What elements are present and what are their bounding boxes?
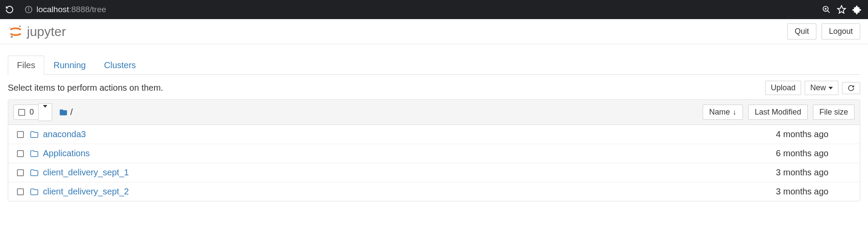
new-button[interactable]: New [805,81,838,95]
file-name-link[interactable]: client_delivery_sept_1 [43,168,129,178]
table-row: client_delivery_sept_23 months ago [8,182,860,201]
table-row: anaconda34 months ago [8,125,860,144]
file-name-link[interactable]: client_delivery_sept_2 [43,187,129,197]
row-checkbox-wrap [13,188,27,195]
file-name-link[interactable]: Applications [43,148,90,158]
select-dropdown[interactable] [39,103,52,121]
browser-right-icons [822,5,865,14]
info-icon [24,5,33,14]
svg-point-9 [10,36,13,38]
jupyter-logo-icon [8,24,23,39]
folder-outline-icon [30,149,39,158]
caret-down-icon [829,87,833,89]
url-host: localhost [36,5,69,14]
reload-button[interactable] [3,3,16,16]
action-buttons: Upload New [765,81,860,95]
row-checkbox[interactable] [17,131,24,138]
url-text: localhost:8888/tree [36,5,106,14]
bookmark-star-icon[interactable] [837,5,846,14]
quit-button[interactable]: Quit [787,23,816,39]
row-checkbox[interactable] [17,169,24,176]
extensions-icon[interactable] [852,5,862,14]
folder-outline-icon [30,130,39,139]
last-modified: 4 months ago [776,129,855,139]
folder-icon[interactable] [59,108,68,117]
refresh-icon [848,85,855,92]
zoom-icon[interactable] [822,5,831,14]
breadcrumb[interactable]: / [70,107,73,117]
selected-count: 0 [30,108,34,117]
file-rows: anaconda34 months agoApplications6 month… [8,125,860,201]
table-row: client_delivery_sept_13 months ago [8,163,860,182]
svg-line-4 [828,11,830,13]
header-buttons: Quit Logout [787,23,860,39]
table-row: Applications6 months ago [8,144,860,163]
sort-size-button[interactable]: File size [813,105,855,120]
arrow-down-icon: ↓ [733,108,736,117]
svg-marker-7 [838,6,845,13]
row-checkbox-wrap [13,169,27,176]
tab-files[interactable]: Files [8,56,44,75]
svg-point-2 [28,8,29,8]
refresh-button[interactable] [842,82,860,94]
tabs: Files Running Clusters [8,56,860,75]
row-checkbox-wrap [13,150,27,157]
tabs-container: Files Running Clusters [0,44,868,75]
sort-name-label: Name [709,108,730,117]
file-list-container: 0 / Name ↓ Last Modified File size anaco… [0,99,868,201]
new-button-label: New [810,83,826,92]
browser-bar: localhost:8888/tree [0,0,868,19]
last-modified: 6 months ago [776,148,855,158]
select-group: 0 [13,103,52,121]
row-checkbox-wrap [13,131,27,138]
upload-button[interactable]: Upload [765,81,801,95]
url-rest: :8888/tree [69,5,106,14]
jupyter-header: jupyter Quit Logout [0,19,868,44]
sort-modified-button[interactable]: Last Modified [748,105,808,120]
select-all-checkbox[interactable] [18,109,25,116]
logout-button[interactable]: Logout [822,23,860,39]
file-list-panel: 0 / Name ↓ Last Modified File size anaco… [8,99,860,201]
last-modified: 3 months ago [776,168,855,178]
action-row: Select items to perform actions on them.… [0,75,868,99]
select-all-box[interactable]: 0 [13,105,39,120]
jupyter-logo[interactable]: jupyter [8,24,66,39]
tab-running[interactable]: Running [44,56,95,75]
action-hint: Select items to perform actions on them. [8,83,163,93]
address-bar[interactable]: localhost:8888/tree [21,5,817,14]
file-list-header: 0 / Name ↓ Last Modified File size [8,100,860,125]
folder-outline-icon [30,187,39,196]
logo-text: jupyter [27,24,66,39]
folder-outline-icon [30,168,39,177]
svg-point-8 [19,25,21,27]
row-checkbox[interactable] [17,188,24,195]
reload-icon [5,5,14,14]
svg-point-10 [10,27,11,28]
list-header-right: Name ↓ Last Modified File size [703,105,855,120]
file-name-link[interactable]: anaconda3 [43,129,86,139]
last-modified: 3 months ago [776,187,855,197]
tab-clusters[interactable]: Clusters [95,56,145,75]
caret-down-icon [43,105,47,116]
sort-name-button[interactable]: Name ↓ [703,105,743,120]
row-checkbox[interactable] [17,150,24,157]
